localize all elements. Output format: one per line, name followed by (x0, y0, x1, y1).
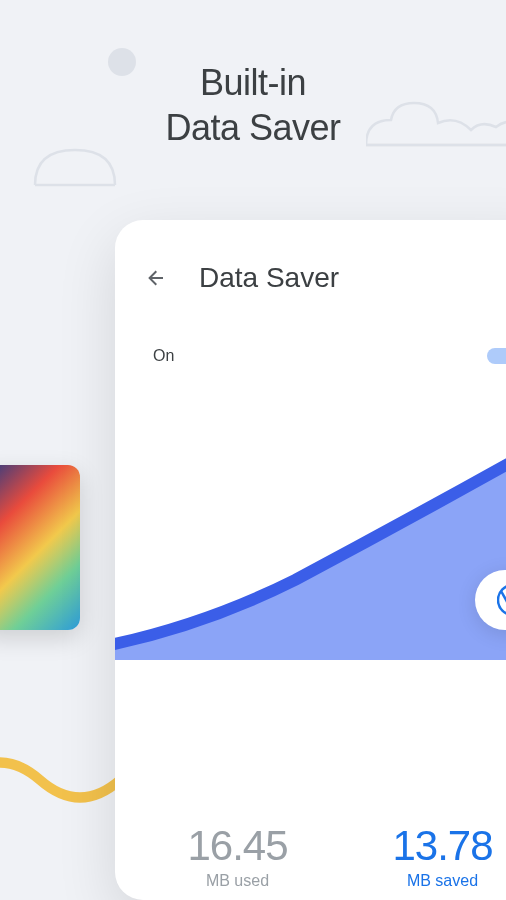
svg-line-5 (501, 591, 506, 604)
phone-screen-card: Data Saver On 16.45 MB used 13.78 MB sav… (115, 220, 506, 900)
toggle-row: On (115, 314, 506, 378)
stat-saved-value: 13.78 (392, 822, 492, 870)
data-usage-chart (115, 400, 506, 680)
artwork-card (0, 465, 80, 630)
stat-used-value: 16.45 (187, 822, 287, 870)
screen-title: Data Saver (199, 262, 339, 294)
toggle-track (487, 348, 506, 364)
data-saver-toggle[interactable] (487, 344, 506, 368)
decorative-circle (108, 48, 136, 76)
phone-header: Data Saver (115, 220, 506, 314)
hero-title-line2: Data Saver (165, 107, 340, 148)
stats-row: 16.45 MB used 13.78 MB saved (115, 822, 506, 890)
stat-mb-used: 16.45 MB used (187, 822, 287, 890)
chrome-icon (497, 584, 506, 616)
toggle-label: On (153, 347, 174, 365)
cloud-decoration-right (366, 95, 506, 160)
stat-mb-saved: 13.78 MB saved (392, 822, 492, 890)
hero-title-line1: Built-in (200, 62, 306, 103)
cloud-decoration-left (30, 145, 120, 190)
back-arrow-icon[interactable] (145, 266, 169, 290)
stat-used-label: MB used (187, 872, 287, 890)
stat-saved-label: MB saved (392, 872, 492, 890)
